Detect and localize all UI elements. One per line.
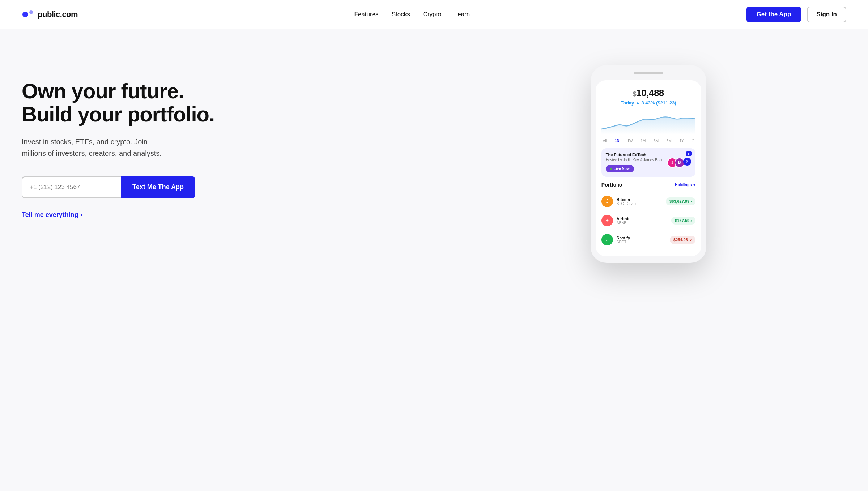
- text-app-button[interactable]: Text Me The App: [121, 176, 195, 198]
- spot-name: Spotify: [617, 236, 670, 240]
- tab-6m[interactable]: 6M: [667, 139, 672, 143]
- sparkline-svg: [601, 109, 695, 135]
- btc-name: Bitcoin: [617, 197, 666, 202]
- sparkline-chart: [601, 109, 695, 135]
- portfolio-header: Portfolio Holdings ▾: [601, 182, 695, 188]
- spot-value: $254.98 ∨: [670, 236, 695, 244]
- portfolio-label: Portfolio: [601, 182, 622, 188]
- logo[interactable]: public.com: [22, 8, 78, 21]
- abnb-icon: ✦: [601, 215, 613, 226]
- abnb-info: Airbnb ABNB: [617, 217, 672, 225]
- holdings-label: Holdings: [675, 183, 692, 187]
- live-now-label: Live Now: [614, 167, 630, 171]
- nav-link-crypto[interactable]: Crypto: [423, 11, 441, 18]
- abnb-name: Airbnb: [617, 217, 672, 221]
- portfolio-change: Today ▲ 3.43% ($211.23): [601, 100, 695, 106]
- tab-all[interactable]: All: [603, 139, 607, 143]
- tab-1d[interactable]: 1D: [615, 139, 620, 143]
- avatar-mic: 🎙: [683, 158, 691, 166]
- tab-1m[interactable]: 1M: [641, 139, 646, 143]
- btc-icon: ₿: [601, 196, 613, 207]
- hero-title-line1: Own your future.: [22, 79, 184, 103]
- live-dot: [610, 168, 612, 170]
- btc-info: Bitcoin BTC · Crypto: [617, 197, 666, 206]
- spot-info: Spotify SPOT: [617, 236, 670, 244]
- live-card-badge: 5: [686, 151, 692, 156]
- abnb-value: $167.59 ›: [671, 217, 695, 225]
- stock-row-btc[interactable]: ₿ Bitcoin BTC · Crypto $63,627.99 ›: [601, 192, 695, 211]
- live-card-avatars: J B 🎙: [670, 158, 691, 168]
- navbar: public.com Features Stocks Crypto Learn …: [0, 0, 868, 29]
- holdings-button[interactable]: Holdings ▾: [675, 183, 695, 187]
- share-icon[interactable]: ⤴: [692, 138, 694, 143]
- get-app-button[interactable]: Get the App: [746, 7, 801, 22]
- chevron-right-icon: ›: [81, 212, 82, 218]
- live-card-host: Hosted by Jodie Kay & James Beard: [606, 158, 667, 162]
- hero-section: Own your future. Build your portfolio. I…: [0, 29, 868, 491]
- svg-point-1: [29, 10, 33, 14]
- tell-me-label: Tell me everything: [22, 211, 78, 219]
- hero-subtitle: Invest in stocks, ETFs, and crypto. Join…: [22, 136, 174, 159]
- portfolio-section: Portfolio Holdings ▾ ₿ Bitcoin BTC · Cry…: [601, 182, 695, 249]
- nav-actions: Get the App Sign In: [746, 7, 846, 22]
- live-session-card[interactable]: 5 The Future of EdTech Hosted by Jodie K…: [601, 148, 695, 177]
- phone-notch: [634, 72, 663, 74]
- live-card-info: The Future of EdTech Hosted by Jodie Kay…: [606, 153, 667, 172]
- tab-1w[interactable]: 1W: [627, 139, 633, 143]
- phone-input[interactable]: [22, 176, 121, 198]
- holdings-chevron-icon: ▾: [693, 183, 695, 187]
- hero-right: $10,488 Today ▲ 3.43% ($211.23): [451, 58, 846, 263]
- hero-cta: Text Me The App: [22, 176, 195, 198]
- phone-screen: $10,488 Today ▲ 3.43% ($211.23): [596, 80, 701, 256]
- tab-1y[interactable]: 1Y: [680, 139, 684, 143]
- spot-icon: ♫: [601, 234, 613, 246]
- portfolio-change-pct: ▲ 3.43% ($211.23): [635, 100, 676, 106]
- btc-chevron-icon: ›: [690, 199, 692, 204]
- logo-text: public.com: [38, 10, 78, 19]
- hero-title: Own your future. Build your portfolio.: [22, 80, 434, 126]
- abnb-chevron-icon: ›: [690, 218, 692, 223]
- nav-link-stocks[interactable]: Stocks: [392, 11, 410, 18]
- portfolio-value-section: $10,488: [601, 87, 695, 99]
- tell-me-everything-link[interactable]: Tell me everything ›: [22, 211, 434, 219]
- hero-left: Own your future. Build your portfolio. I…: [22, 58, 434, 219]
- hero-title-line2: Build your portfolio.: [22, 102, 214, 126]
- logo-icon: [22, 8, 35, 21]
- time-tabs: All 1D 1W 1M 3M 6M 1Y ⤴: [601, 138, 695, 143]
- spot-chevron-icon: ∨: [689, 238, 692, 242]
- today-label: Today: [621, 100, 634, 106]
- abnb-ticker: ABNB: [617, 221, 672, 225]
- nav-links: Features Stocks Crypto Learn: [354, 11, 470, 18]
- nav-link-learn[interactable]: Learn: [454, 11, 470, 18]
- portfolio-amount: $10,488: [601, 87, 695, 99]
- portfolio-amount-prefix: $: [633, 90, 637, 98]
- sign-in-button[interactable]: Sign In: [807, 7, 846, 22]
- tab-3m[interactable]: 3M: [654, 139, 659, 143]
- btc-ticker: BTC · Crypto: [617, 202, 666, 206]
- stock-row-abnb[interactable]: ✦ Airbnb ABNB $167.59 ›: [601, 211, 695, 230]
- spot-ticker: SPOT: [617, 240, 670, 244]
- nav-link-features[interactable]: Features: [354, 11, 379, 18]
- phone-mockup: $10,488 Today ▲ 3.43% ($211.23): [591, 65, 706, 263]
- stock-row-spot[interactable]: ♫ Spotify SPOT $254.98 ∨: [601, 230, 695, 249]
- live-now-button[interactable]: Live Now: [606, 165, 634, 172]
- live-card-title: The Future of EdTech: [606, 153, 667, 157]
- svg-point-0: [22, 12, 28, 17]
- btc-value: $63,627.99 ›: [666, 197, 695, 205]
